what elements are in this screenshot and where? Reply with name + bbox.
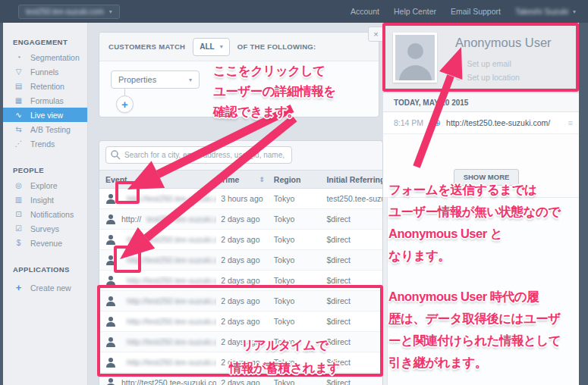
sidebar-item-label: Explore	[30, 181, 58, 190]
sidebar-item-label: Create new	[30, 283, 71, 293]
table-row[interactable]: http://test250.tee-suzuki.com/... 2 days…	[99, 291, 382, 311]
properties-list-icon[interactable]: ≡	[568, 118, 573, 127]
filter-panel: CUSTOMERS MATCH ALL ▾ OF THE FOLLOWING: …	[99, 32, 379, 117]
event-cell: http://test250.tee-suzuki.com/...	[99, 337, 216, 347]
show-more-button[interactable]: SHOW MORE	[454, 169, 519, 186]
column-header-time[interactable]: Time ⇕	[216, 175, 269, 184]
sidebar-gap	[3, 295, 87, 305]
person-icon[interactable]	[105, 358, 116, 368]
event-cell: http://test250.tee-suzuki.com/	[99, 194, 216, 204]
time-cell: 3 hours ago	[216, 194, 269, 203]
avatar	[393, 33, 437, 83]
search-input[interactable]	[105, 146, 292, 164]
table-row[interactable]: http://test250.tee-suzuki.com/ 2 days ag…	[99, 373, 382, 385]
activity-footer: SHOW MORE	[383, 134, 579, 198]
person-icon[interactable]	[105, 214, 116, 224]
table-row[interactable]: http://test250.tee-suzuki.com/... 2 days…	[99, 352, 382, 373]
panel-close-button[interactable]: ×	[368, 27, 384, 42]
sidebar-item-notifications[interactable]: ⊡ Notifications	[3, 207, 87, 221]
link-account[interactable]: Account	[351, 7, 379, 16]
region-cell: Tokyo	[269, 214, 322, 224]
sidebar-gap	[3, 151, 87, 161]
column-header-initial-referring-domain[interactable]: Initial Referring Domain	[322, 175, 382, 184]
sidebar-item-ab-testing[interactable]: ⇆ A/B Testing	[3, 122, 87, 136]
person-icon[interactable]	[105, 276, 116, 286]
icon-notifications: ⊡	[13, 210, 24, 218]
icon-explore: ◎	[13, 181, 24, 189]
filter-header: CUSTOMERS MATCH ALL ▾ OF THE FOLLOWING:	[99, 33, 379, 61]
sidebar-item-label: Formulas	[30, 96, 64, 105]
icon-trends: ⋰	[13, 139, 24, 148]
sidebar-item-trends[interactable]: ⋰ Trends	[3, 136, 87, 151]
column-header-event[interactable]: Event	[99, 175, 216, 184]
table-row[interactable]: http://test250.tee-suzuki.com/ 3 hours a…	[99, 189, 382, 209]
region-cell: Tokyo	[269, 194, 322, 203]
time-cell: 2 days ago	[216, 255, 269, 264]
setup-email[interactable]: ✉ Set up email	[455, 59, 511, 68]
sidebar-item-insight[interactable]: ▥ Insight	[3, 192, 87, 207]
region-cell: Tokyo	[269, 317, 322, 326]
table-row[interactable]: http://test250.tee-suzuki.com/... 2 days…	[99, 332, 382, 352]
event-url-blurred: http://test250.tee-suzuki.com/...	[127, 358, 216, 367]
of-following-label: OF THE FOLLOWING:	[237, 42, 316, 51]
sidebar-item-label: A/B Testing	[30, 125, 71, 134]
person-icon[interactable]	[105, 317, 116, 327]
link-email-support[interactable]: Email Support	[451, 7, 501, 16]
project-selector[interactable]: test250.tee-suzuki.com ▾	[18, 5, 120, 19]
sidebar-item-live-view[interactable]: ∿ Live view	[3, 108, 87, 122]
event-url-blurred: http://test250.tee-suzuki.com/...	[127, 276, 216, 285]
person-icon[interactable]	[105, 255, 116, 265]
table-row[interactable]: http://test250.tee-suzuki.com/... 2 days…	[99, 311, 382, 332]
region-cell: Tokyo	[269, 255, 322, 264]
sidebar-item-surveys[interactable]: ☑ Surveys	[3, 221, 87, 236]
live-feed-panel: Event Time ⇕ Region Initial Referring Do…	[99, 140, 383, 385]
person-icon[interactable]	[105, 235, 116, 245]
icon-insight: ▥	[13, 196, 24, 204]
sidebar-item-explore[interactable]: ◎ Explore	[3, 178, 87, 192]
sidebar-item-segmentation[interactable]: ◔ Segmentation	[3, 50, 87, 64]
event-url: http://test250.tee-suzuki.com/	[121, 378, 216, 385]
domain-cell: test250.tee-suzuki.com	[322, 194, 382, 203]
location-pin-icon: ⊙	[455, 74, 461, 82]
sidebar-item-label: Notifications	[30, 210, 74, 219]
match-mode-select[interactable]: ALL ▾	[193, 38, 229, 56]
setup-location[interactable]: ⊙ Set up location	[455, 73, 520, 82]
icon-ab-testing: ⇆	[13, 125, 24, 133]
sort-icon[interactable]: ⇕	[259, 176, 265, 183]
sidebar-item-label: Funnels	[30, 67, 58, 77]
sidebar-item-create-new[interactable]: + Create new	[3, 280, 87, 295]
time-cell: 2 days ago	[216, 358, 269, 367]
region-cell: Tokyo	[269, 358, 322, 367]
table-row[interactable]: http:// test250.tee-suzuki.com/... 2 day…	[99, 209, 382, 230]
match-mode-value: ALL	[200, 42, 214, 51]
sidebar-item-formulas[interactable]: ▦ Formulas	[3, 93, 87, 108]
column-header-region[interactable]: Region	[269, 175, 322, 184]
top-bar: test250.tee-suzuki.com ▾ Account Help Ce…	[0, 0, 588, 23]
person-icon[interactable]	[105, 337, 116, 347]
domain-cell: $direct	[322, 214, 382, 224]
activity-row[interactable]: 8:14 PM ⊕ http://test250.tee-suzuki.com/…	[383, 112, 579, 134]
chevron-down-icon: ▾	[189, 77, 192, 83]
table-row[interactable]: http://test250.tee-suzuki.com/... 2 days…	[99, 271, 382, 291]
sidebar-item-funnels[interactable]: ▽ Funnels	[3, 64, 87, 79]
domain-cell: $direct	[322, 378, 382, 385]
envelope-icon: ✉	[455, 60, 461, 68]
properties-dropdown[interactable]: Properties ▾	[111, 70, 200, 89]
filter-connector-line	[124, 89, 125, 95]
table-row[interactable]: http://test250.tee-suzuki.com/... 2 days…	[99, 250, 382, 271]
region-cell: Tokyo	[269, 337, 322, 346]
icon-formulas: ▦	[13, 96, 24, 105]
region-cell: Tokyo	[269, 276, 322, 285]
link-help-center[interactable]: Help Center	[394, 7, 436, 16]
person-icon[interactable]	[105, 194, 116, 204]
event-url-blurred: test250.tee-suzuki.com/...	[146, 214, 216, 224]
sidebar-item-retention[interactable]: ▤ Retention	[3, 79, 87, 93]
sidebar-item-revenue[interactable]: $ Revenue	[3, 236, 87, 250]
add-filter-button[interactable]: +	[116, 95, 134, 113]
user-menu[interactable]: Takeshi Suzuki ▾	[515, 7, 576, 16]
person-icon[interactable]	[105, 378, 116, 385]
user-name: Takeshi Suzuki	[515, 7, 568, 16]
table-row[interactable]: http://test250.tee-suzuki.com/... 2 days…	[99, 230, 382, 250]
user-detail-panel: Anonymous User ✉ Set up email ⊙ Set up l…	[383, 23, 579, 385]
person-icon[interactable]	[105, 296, 116, 306]
